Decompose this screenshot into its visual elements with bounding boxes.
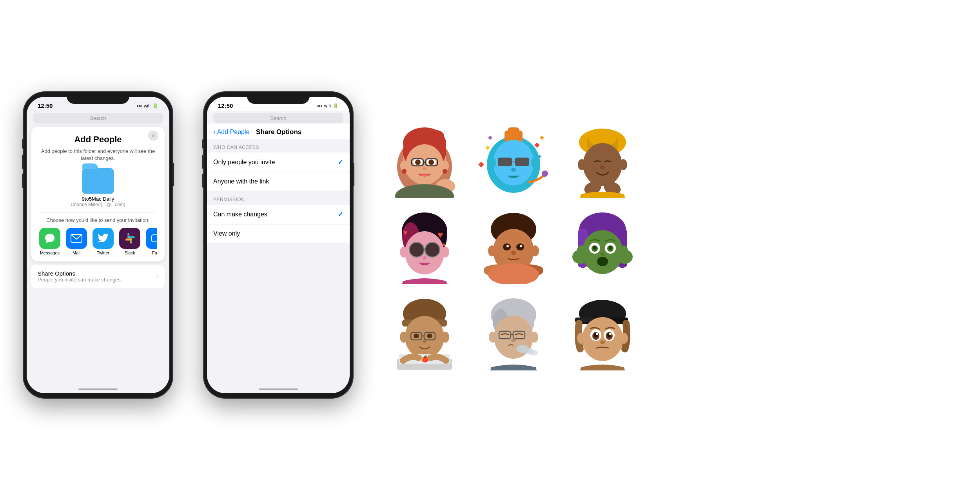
share-slack-item[interactable]: Slack bbox=[119, 228, 140, 255]
main-container: 12:50 ▪▪▪ wifi 🔋 Search × Add People Add… bbox=[24, 16, 956, 474]
svg-point-138 bbox=[620, 333, 628, 344]
svg-point-78 bbox=[488, 245, 496, 256]
view-only-text: View only bbox=[213, 230, 240, 237]
svg-point-91 bbox=[601, 253, 604, 256]
svg-point-79 bbox=[531, 245, 539, 256]
signal-icon-2: ▪▪▪ bbox=[317, 103, 322, 109]
phone2-volume-up-button[interactable] bbox=[202, 155, 204, 169]
folder-icon bbox=[82, 168, 114, 194]
share-icons-row: Messages Mail bbox=[39, 228, 157, 255]
svg-text:◆: ◆ bbox=[488, 134, 492, 140]
folder-icon-container: 9to5Mac Daily Chance Miller (...@...com) bbox=[39, 168, 157, 207]
memoji-2: ✦ ◆ ◆ ✦ ◆ ◆ bbox=[473, 120, 554, 198]
close-button[interactable]: × bbox=[148, 131, 158, 141]
svg-rect-41 bbox=[498, 158, 512, 166]
home-indicator-1 bbox=[78, 388, 118, 390]
can-edit-checkmark: ✓ bbox=[338, 210, 343, 219]
status-icons-1: ▪▪▪ wifi 🔋 bbox=[137, 103, 158, 109]
svg-point-90 bbox=[609, 246, 612, 249]
svg-point-134 bbox=[596, 333, 598, 335]
back-chevron-icon: ‹ bbox=[213, 127, 216, 136]
invite-only-option[interactable]: Only people you invite ✓ bbox=[207, 152, 350, 172]
svg-point-127 bbox=[582, 317, 623, 361]
search-bar-1[interactable]: Search bbox=[33, 113, 163, 123]
who-can-access-header: WHO CAN ACCESS bbox=[207, 140, 350, 152]
share-twitter-item[interactable]: Twitter bbox=[93, 228, 114, 255]
svg-point-69 bbox=[400, 247, 408, 258]
volume-down-button[interactable] bbox=[22, 174, 24, 188]
svg-point-77 bbox=[511, 251, 516, 255]
who-can-access-group: Only people you invite ✓ Anyone with the… bbox=[207, 152, 350, 191]
phone2-silent-switch[interactable] bbox=[202, 139, 204, 149]
svg-point-45 bbox=[488, 157, 496, 169]
svg-point-96 bbox=[620, 245, 628, 256]
svg-point-13 bbox=[428, 160, 434, 165]
invite-only-checkmark: ✓ bbox=[338, 158, 343, 167]
anyone-link-option[interactable]: Anyone with the link bbox=[207, 172, 350, 191]
memoji-grid: ✦ ◆ ◆ ✦ ◆ ◆ bbox=[376, 112, 651, 378]
wifi-icon: wifi bbox=[144, 103, 151, 109]
memoji-6 bbox=[562, 206, 643, 284]
anyone-link-text: Anyone with the link bbox=[213, 178, 269, 185]
svg-point-136 bbox=[600, 340, 605, 344]
slack-icon bbox=[119, 228, 140, 249]
share-options-row[interactable]: Share Options People you invite can make… bbox=[31, 265, 165, 288]
share-more-item[interactable]: Fa... bbox=[146, 228, 157, 255]
memoji-1 bbox=[384, 120, 465, 198]
svg-point-107 bbox=[441, 332, 449, 343]
phone2-volume-down-button[interactable] bbox=[202, 174, 204, 188]
home-indicator-2 bbox=[259, 388, 298, 390]
add-people-sheet: × Add People Add people to this folder a… bbox=[31, 127, 165, 261]
view-only-option[interactable]: View only bbox=[207, 225, 350, 243]
svg-point-46 bbox=[531, 157, 539, 169]
svg-point-76 bbox=[520, 245, 522, 247]
svg-point-103 bbox=[414, 334, 419, 338]
chevron-right-icon: › bbox=[156, 273, 158, 280]
svg-point-17 bbox=[423, 167, 426, 170]
svg-text:◆: ◆ bbox=[540, 134, 544, 140]
nav-bar-2: ‹ Add People Share Options bbox=[207, 123, 350, 140]
svg-text:◆: ◆ bbox=[534, 141, 540, 149]
svg-text:✦: ✦ bbox=[484, 143, 491, 153]
svg-rect-42 bbox=[515, 158, 529, 166]
can-edit-option[interactable]: Can make changes ✓ bbox=[207, 205, 350, 225]
memoji-3 bbox=[562, 120, 643, 198]
twitter-label: Twitter bbox=[97, 250, 109, 255]
nav-back-button[interactable]: ‹ Add People bbox=[213, 127, 249, 136]
can-edit-text: Can make changes bbox=[213, 211, 267, 218]
svg-point-105 bbox=[423, 340, 426, 343]
svg-point-137 bbox=[577, 333, 585, 344]
wifi-icon-2: wifi bbox=[324, 103, 331, 109]
svg-point-92 bbox=[597, 257, 608, 266]
svg-point-20 bbox=[402, 169, 407, 174]
svg-point-44 bbox=[542, 171, 548, 177]
status-icons-2: ▪▪▪ wifi 🔋 bbox=[317, 103, 339, 109]
folder-name: 9to5Mac Daily bbox=[82, 196, 114, 202]
volume-up-button[interactable] bbox=[22, 155, 24, 169]
svg-point-50 bbox=[583, 143, 622, 186]
power-button[interactable] bbox=[172, 163, 174, 186]
svg-point-12 bbox=[415, 160, 421, 165]
mail-label: Mail bbox=[73, 250, 80, 255]
mail-icon bbox=[66, 228, 87, 249]
nav-title-2: Share Options bbox=[249, 128, 308, 136]
svg-point-70 bbox=[441, 247, 449, 258]
svg-point-43 bbox=[511, 168, 516, 172]
phone2-power-button[interactable] bbox=[353, 163, 354, 186]
svg-point-121 bbox=[529, 350, 538, 356]
phone-2: 12:50 ▪▪▪ wifi 🔋 Search ‹ Add People Sha… bbox=[204, 92, 353, 398]
share-options-info: Share Options People you invite can make… bbox=[38, 270, 122, 283]
svg-point-53 bbox=[619, 159, 627, 170]
svg-point-122 bbox=[489, 332, 497, 343]
signal-icon: ▪▪▪ bbox=[137, 103, 142, 109]
add-people-title: Add People bbox=[39, 134, 157, 145]
silent-switch[interactable] bbox=[22, 139, 24, 149]
divider-1 bbox=[39, 212, 157, 212]
share-messages-item[interactable]: Messages bbox=[39, 228, 60, 255]
share-mail-item[interactable]: Mail bbox=[66, 228, 87, 255]
svg-point-75 bbox=[506, 245, 509, 247]
memoji-8 bbox=[473, 292, 554, 370]
search-bar-2[interactable]: Search bbox=[213, 113, 343, 123]
svg-text:♥: ♥ bbox=[437, 229, 443, 240]
svg-point-104 bbox=[427, 334, 432, 338]
